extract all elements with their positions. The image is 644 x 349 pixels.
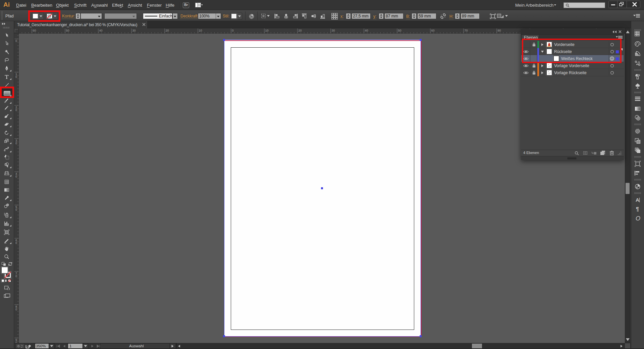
svg-text:10: 10 xyxy=(265,29,269,32)
svg-text:A: A xyxy=(636,197,639,203)
svg-text:10: 10 xyxy=(199,29,202,32)
svg-text:0: 0 xyxy=(15,108,17,112)
svg-text:0: 0 xyxy=(15,308,17,311)
svg-text:50: 50 xyxy=(66,29,69,32)
svg-text:O: O xyxy=(636,215,640,222)
svg-text:0: 0 xyxy=(15,241,17,245)
svg-text:60: 60 xyxy=(33,29,36,32)
svg-text:¶: ¶ xyxy=(636,206,639,212)
svg-text:30: 30 xyxy=(332,29,335,32)
svg-text:50: 50 xyxy=(398,29,401,32)
svg-text:0: 0 xyxy=(15,142,17,145)
svg-text:80: 80 xyxy=(498,29,501,32)
svg-text:0: 0 xyxy=(15,39,17,43)
svg-text:0: 0 xyxy=(15,208,17,211)
svg-text:0: 0 xyxy=(15,275,17,278)
svg-text:40: 40 xyxy=(99,29,103,32)
svg-text:20: 20 xyxy=(299,29,302,32)
svg-text:20: 20 xyxy=(166,29,169,32)
svg-text:60: 60 xyxy=(431,29,435,32)
svg-text:0: 0 xyxy=(15,175,17,178)
svg-text:0: 0 xyxy=(15,75,17,79)
svg-text:40: 40 xyxy=(365,29,368,32)
svg-text:30: 30 xyxy=(132,29,136,32)
svg-text:0: 0 xyxy=(232,29,234,32)
svg-text:70: 70 xyxy=(465,29,468,32)
